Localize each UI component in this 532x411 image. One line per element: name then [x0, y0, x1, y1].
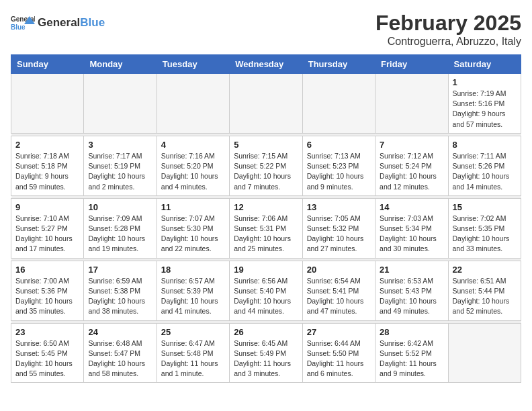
day-number: 23: [15, 327, 79, 337]
day-number: 15: [453, 202, 517, 212]
day-number: 11: [161, 202, 225, 212]
table-row: 16Sunrise: 7:00 AM Sunset: 5:36 PM Dayli…: [11, 261, 84, 320]
table-row: 21Sunrise: 6:53 AM Sunset: 5:43 PM Dayli…: [375, 261, 448, 320]
day-info: Sunrise: 7:16 AM Sunset: 5:20 PM Dayligh…: [161, 151, 225, 192]
day-number: 10: [88, 202, 152, 212]
day-info: Sunrise: 7:13 AM Sunset: 5:23 PM Dayligh…: [307, 151, 371, 192]
table-row: 1Sunrise: 7:19 AM Sunset: 5:16 PM Daylig…: [448, 74, 521, 134]
calendar-table: Sunday Monday Tuesday Wednesday Thursday…: [11, 54, 521, 383]
day-info: Sunrise: 7:07 AM Sunset: 5:30 PM Dayligh…: [161, 214, 225, 255]
day-info: Sunrise: 7:03 AM Sunset: 5:34 PM Dayligh…: [380, 214, 443, 255]
logo-svg: General Blue: [11, 11, 35, 35]
svg-text:Blue: Blue: [11, 24, 26, 31]
day-number: 3: [88, 140, 152, 150]
header-tuesday: Tuesday: [157, 55, 229, 74]
day-number: 27: [307, 327, 371, 337]
table-row: 8Sunrise: 7:11 AM Sunset: 5:26 PM Daylig…: [448, 136, 521, 195]
day-info: Sunrise: 6:53 AM Sunset: 5:43 PM Dayligh…: [380, 276, 443, 317]
header-thursday: Thursday: [302, 55, 375, 74]
day-info: Sunrise: 6:44 AM Sunset: 5:50 PM Dayligh…: [307, 338, 371, 379]
table-row: 15Sunrise: 7:02 AM Sunset: 5:35 PM Dayli…: [448, 198, 521, 258]
table-row: 2Sunrise: 7:18 AM Sunset: 5:18 PM Daylig…: [11, 136, 84, 195]
title-block: February 2025 Controguerra, Abruzzo, Ita…: [375, 11, 521, 48]
calendar-week-row: 1Sunrise: 7:19 AM Sunset: 5:16 PM Daylig…: [11, 74, 521, 134]
table-row: [448, 323, 521, 383]
logo-general: General: [38, 16, 80, 29]
table-row: [375, 74, 448, 134]
table-row: 13Sunrise: 7:05 AM Sunset: 5:32 PM Dayli…: [302, 198, 375, 258]
day-info: Sunrise: 7:18 AM Sunset: 5:18 PM Dayligh…: [15, 151, 79, 192]
table-row: 5Sunrise: 7:15 AM Sunset: 5:22 PM Daylig…: [230, 136, 302, 195]
day-number: 21: [380, 265, 443, 275]
day-info: Sunrise: 7:06 AM Sunset: 5:31 PM Dayligh…: [234, 214, 298, 255]
day-info: Sunrise: 7:17 AM Sunset: 5:19 PM Dayligh…: [88, 151, 152, 192]
day-info: Sunrise: 7:19 AM Sunset: 5:16 PM Dayligh…: [453, 89, 517, 130]
table-row: 26Sunrise: 6:45 AM Sunset: 5:49 PM Dayli…: [230, 323, 302, 383]
table-row: [11, 74, 84, 134]
table-row: [302, 74, 375, 134]
day-info: Sunrise: 6:47 AM Sunset: 5:48 PM Dayligh…: [161, 338, 225, 379]
table-row: 11Sunrise: 7:07 AM Sunset: 5:30 PM Dayli…: [157, 198, 229, 258]
day-info: Sunrise: 6:54 AM Sunset: 5:41 PM Dayligh…: [307, 276, 371, 317]
calendar-week-row: 9Sunrise: 7:10 AM Sunset: 5:27 PM Daylig…: [11, 198, 521, 258]
day-info: Sunrise: 7:11 AM Sunset: 5:26 PM Dayligh…: [453, 151, 517, 192]
day-number: 7: [380, 140, 443, 150]
calendar-subtitle: Controguerra, Abruzzo, Italy: [375, 36, 521, 48]
table-row: 17Sunrise: 6:59 AM Sunset: 5:38 PM Dayli…: [84, 261, 157, 320]
day-number: 26: [234, 327, 298, 337]
table-row: 7Sunrise: 7:12 AM Sunset: 5:24 PM Daylig…: [375, 136, 448, 195]
day-number: 9: [15, 202, 79, 212]
day-info: Sunrise: 6:50 AM Sunset: 5:45 PM Dayligh…: [15, 338, 79, 379]
calendar-week-row: 2Sunrise: 7:18 AM Sunset: 5:18 PM Daylig…: [11, 136, 521, 195]
calendar-week-row: 23Sunrise: 6:50 AM Sunset: 5:45 PM Dayli…: [11, 323, 521, 383]
table-row: 18Sunrise: 6:57 AM Sunset: 5:39 PM Dayli…: [157, 261, 229, 320]
table-row: 19Sunrise: 6:56 AM Sunset: 5:40 PM Dayli…: [230, 261, 302, 320]
day-number: 28: [380, 327, 443, 337]
table-row: 4Sunrise: 7:16 AM Sunset: 5:20 PM Daylig…: [157, 136, 229, 195]
day-info: Sunrise: 6:57 AM Sunset: 5:39 PM Dayligh…: [161, 276, 225, 317]
day-number: 17: [88, 265, 152, 275]
table-row: [84, 74, 157, 134]
table-row: 12Sunrise: 7:06 AM Sunset: 5:31 PM Dayli…: [230, 198, 302, 258]
weekday-header-row: Sunday Monday Tuesday Wednesday Thursday…: [11, 55, 521, 74]
day-info: Sunrise: 6:42 AM Sunset: 5:52 PM Dayligh…: [380, 338, 443, 379]
day-number: 13: [307, 202, 371, 212]
day-number: 5: [234, 140, 298, 150]
table-row: 24Sunrise: 6:48 AM Sunset: 5:47 PM Dayli…: [84, 323, 157, 383]
day-number: 12: [234, 202, 298, 212]
day-number: 16: [15, 265, 79, 275]
day-info: Sunrise: 7:02 AM Sunset: 5:35 PM Dayligh…: [453, 214, 517, 255]
day-number: 2: [15, 140, 79, 150]
table-row: 23Sunrise: 6:50 AM Sunset: 5:45 PM Dayli…: [11, 323, 84, 383]
day-number: 25: [161, 327, 225, 337]
day-info: Sunrise: 7:12 AM Sunset: 5:24 PM Dayligh…: [380, 151, 443, 192]
day-number: 4: [161, 140, 225, 150]
day-number: 8: [453, 140, 517, 150]
table-row: 20Sunrise: 6:54 AM Sunset: 5:41 PM Dayli…: [302, 261, 375, 320]
day-number: 18: [161, 265, 225, 275]
day-info: Sunrise: 7:00 AM Sunset: 5:36 PM Dayligh…: [15, 276, 79, 317]
logo-text-group: GeneralBlue: [38, 17, 105, 30]
header-sunday: Sunday: [11, 55, 84, 74]
header-wednesday: Wednesday: [230, 55, 302, 74]
day-number: 20: [307, 265, 371, 275]
day-number: 19: [234, 265, 298, 275]
calendar-title: February 2025: [375, 11, 521, 36]
table-row: 10Sunrise: 7:09 AM Sunset: 5:28 PM Dayli…: [84, 198, 157, 258]
day-number: 1: [453, 77, 517, 87]
table-row: 25Sunrise: 6:47 AM Sunset: 5:48 PM Dayli…: [157, 323, 229, 383]
day-info: Sunrise: 7:10 AM Sunset: 5:27 PM Dayligh…: [15, 214, 79, 255]
day-info: Sunrise: 6:48 AM Sunset: 5:47 PM Dayligh…: [88, 338, 152, 379]
day-info: Sunrise: 7:09 AM Sunset: 5:28 PM Dayligh…: [88, 214, 152, 255]
day-info: Sunrise: 6:45 AM Sunset: 5:49 PM Dayligh…: [234, 338, 298, 379]
table-row: 14Sunrise: 7:03 AM Sunset: 5:34 PM Dayli…: [375, 198, 448, 258]
table-row: [230, 74, 302, 134]
day-info: Sunrise: 7:05 AM Sunset: 5:32 PM Dayligh…: [307, 214, 371, 255]
page-header: General Blue GeneralBlue February 2025 C…: [11, 11, 521, 48]
header-friday: Friday: [375, 55, 448, 74]
day-number: 24: [88, 327, 152, 337]
table-row: [157, 74, 229, 134]
day-number: 22: [453, 265, 517, 275]
day-number: 6: [307, 140, 371, 150]
header-monday: Monday: [84, 55, 157, 74]
